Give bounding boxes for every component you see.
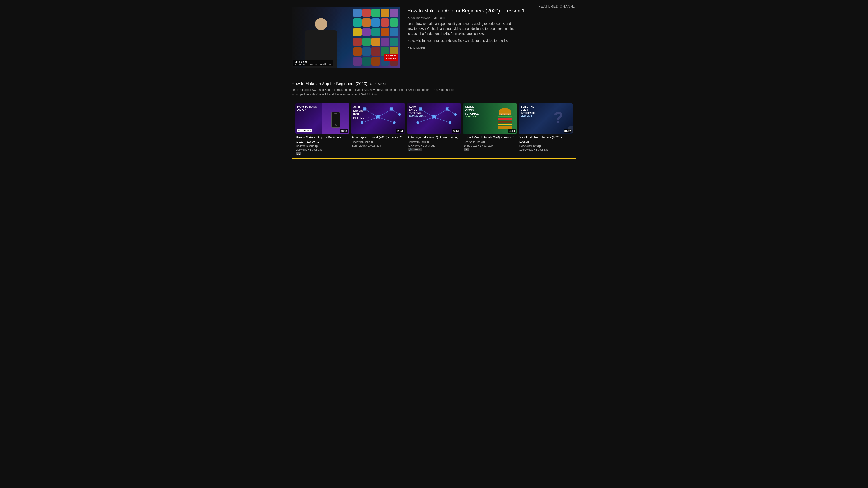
- icon-cell: [390, 8, 398, 17]
- thumb-text-5: BUILD THE USER INTERFACE LESSON 4: [521, 105, 546, 118]
- video-channel-3: CodeWithChris ✓: [408, 140, 460, 144]
- icon-cell: [371, 37, 380, 46]
- video-card-4[interactable]: STACK VIEWS TUTORIAL LESSON 3 15:33 UISt…: [463, 103, 517, 155]
- featured-thumbnail[interactable]: Chris Ching Founder and Educator at Code…: [291, 7, 400, 68]
- icon-cell: [362, 37, 371, 46]
- thumb-text-1: HOW TO MAKE AN APP: [297, 105, 322, 112]
- person-area: [291, 7, 354, 68]
- video-info-3: Auto Layout (Lesson 2) Bonus Training Co…: [407, 135, 461, 151]
- icon-cell: [390, 18, 398, 27]
- unlisted-badge-3: 🔗 Unlisted: [408, 148, 422, 151]
- featured-video-meta: 2,008,484 views • 1 year ago: [407, 16, 577, 20]
- featured-video-description: Learn how to make an app even if you hav…: [407, 21, 516, 36]
- video-card-1[interactable]: HOW TO MAKE AN APP STEP BY STEP 16:11 Ho…: [296, 103, 349, 155]
- icon-cell: [362, 57, 371, 66]
- featured-video-title[interactable]: How to Make an App for Beginners (2020) …: [407, 8, 577, 14]
- video-meta-4: 148K views • 1 year ago: [464, 144, 516, 147]
- video-meta-5: 125K views • 1 year ago: [520, 148, 572, 151]
- featured-video-note: Note: Missing your main.storyboard file?…: [407, 38, 577, 43]
- author-label: Chris Ching Founder and Educator at Code…: [293, 60, 333, 66]
- cc-badge-1: CC: [296, 152, 301, 155]
- icon-cell: [362, 28, 371, 37]
- question-mark: ?: [553, 109, 563, 126]
- video-info-4: UIStackView Tutorial (2020) - Lesson 3 C…: [463, 135, 517, 151]
- thumb-text-3: AUTO LAYOUT TUTORIAL BONUS VIDEO: [409, 105, 459, 118]
- cc-badge-4: CC: [464, 148, 469, 151]
- thumbnail-bg: Chris Ching Founder and Educator at Code…: [291, 7, 400, 68]
- icon-cell: [381, 37, 389, 46]
- video-info-5: Your First User Interface (2020) - Lesso…: [519, 135, 572, 151]
- video-thumbnail-3[interactable]: AUTO LAYOUT TUTORIAL BONUS VIDEO 27:51: [407, 103, 461, 133]
- icon-cell: [371, 57, 380, 66]
- video-channel-4: CodeWithChris ✓: [464, 140, 516, 144]
- video-grid: HOW TO MAKE AN APP STEP BY STEP 16:11 Ho…: [296, 103, 572, 155]
- icon-cell: [381, 8, 389, 17]
- thumb-duration-4: 15:33: [508, 129, 516, 133]
- video-channel-1: CodeWithChris ✓: [296, 144, 348, 148]
- video-thumbnail-4[interactable]: STACK VIEWS TUTORIAL LESSON 3 15:33: [463, 103, 517, 133]
- video-title-2: Auto Layout Tutorial (2020) - Lesson 2: [352, 135, 404, 139]
- video-tags-1: CC: [296, 152, 348, 155]
- icon-cell: [371, 18, 380, 27]
- icon-cell: [371, 8, 380, 17]
- video-channel-5: CodeWithChris ✓: [520, 144, 572, 148]
- video-grid-container: HOW TO MAKE AN APP STEP BY STEP 16:11 Ho…: [291, 100, 577, 159]
- icon-cell: [381, 18, 389, 27]
- verified-icon-5: ✓: [538, 145, 541, 148]
- icon-cell: [362, 47, 371, 56]
- play-all-button[interactable]: ▶ PLAY ALL: [370, 82, 389, 86]
- icon-cell: [371, 28, 380, 37]
- playlist-section: How to Make an App for Beginners (2020) …: [291, 82, 577, 159]
- icon-cell: [390, 37, 398, 46]
- video-meta-1: 2M views • 1 year ago: [296, 148, 348, 151]
- svg-point-9: [361, 121, 364, 124]
- video-tags-3: 🔗 Unlisted: [408, 148, 460, 151]
- video-title-1: How to Make an App for Beginners (2020) …: [296, 135, 348, 143]
- svg-point-8: [393, 121, 396, 124]
- burger-visual: [498, 108, 512, 129]
- video-card-2[interactable]: AUTO LAYOUT FOR BEGINNERS 31:51 Auto Lay…: [351, 103, 405, 155]
- verified-icon-3: ✓: [427, 141, 429, 143]
- icon-cell: [362, 8, 371, 17]
- icon-cell: [362, 18, 371, 27]
- thumb-duration-1: 16:11: [340, 129, 348, 133]
- subscribe-badge[interactable]: SUBSCRIBE FOR MORE!: [384, 54, 398, 61]
- video-title-3: Auto Layout (Lesson 2) Bonus Training: [408, 135, 460, 139]
- icon-cell: [381, 28, 389, 37]
- video-info-2: Auto Layout Tutorial (2020) - Lesson 2 C…: [351, 135, 405, 147]
- section-divider: [291, 76, 577, 76]
- video-meta-3: 42K views • 1 year ago: [408, 144, 460, 147]
- playlist-description: Learn all about Swift and Xcode to make …: [291, 88, 454, 96]
- video-thumbnail-5[interactable]: ? BUILD THE USER INTERFACE LESSON 4 31:0…: [519, 103, 572, 133]
- featured-info: How to Make an App for Beginners (2020) …: [407, 7, 577, 68]
- verified-icon-4: ✓: [483, 141, 485, 143]
- svg-point-22: [449, 121, 452, 124]
- featured-channel-label: FEATURED CHANN...: [538, 4, 577, 8]
- video-channel-2: CodeWithChris ✓: [352, 140, 404, 144]
- video-title-4: UIStackView Tutorial (2020) - Lesson 3: [464, 135, 516, 139]
- featured-section: Chris Ching Founder and Educator at Code…: [291, 4, 577, 68]
- thumb-text-2: AUTO LAYOUT FOR BEGINNERS: [353, 105, 403, 120]
- video-thumbnail-2[interactable]: AUTO LAYOUT FOR BEGINNERS 31:51: [351, 103, 405, 133]
- video-card-3[interactable]: AUTO LAYOUT TUTORIAL BONUS VIDEO 27:51 A…: [407, 103, 461, 155]
- video-thumbnail-1[interactable]: HOW TO MAKE AN APP STEP BY STEP 16:11: [296, 103, 349, 133]
- svg-line-17: [418, 117, 434, 123]
- video-meta-2: 318K views • 1 year ago: [352, 144, 404, 147]
- svg-line-16: [434, 117, 450, 123]
- icon-cell: [371, 47, 380, 56]
- verified-icon-1: ✓: [315, 145, 318, 148]
- playlist-title[interactable]: How to Make an App for Beginners (2020): [291, 82, 367, 86]
- video-tags-4: CC: [464, 148, 516, 151]
- icon-cell: [390, 28, 398, 37]
- person-head: [315, 18, 327, 30]
- thumb-text-4: STACK VIEWS TUTORIAL LESSON 3: [465, 105, 490, 119]
- video-title-5: Your First User Interface (2020) - Lesso…: [520, 135, 572, 143]
- read-more-button[interactable]: READ MORE: [407, 46, 577, 49]
- thumb-badge-1: STEP BY STEP: [297, 129, 312, 132]
- thumb-duration-2: 31:51: [396, 129, 404, 133]
- link-icon: 🔗: [409, 149, 412, 151]
- video-info-1: How to Make an App for Beginners (2020) …: [296, 135, 349, 155]
- page-container: FEATURED CHANN...: [287, 0, 581, 168]
- playlist-header: How to Make an App for Beginners (2020) …: [291, 82, 577, 86]
- video-card-5[interactable]: ? BUILD THE USER INTERFACE LESSON 4 31:0…: [519, 103, 572, 155]
